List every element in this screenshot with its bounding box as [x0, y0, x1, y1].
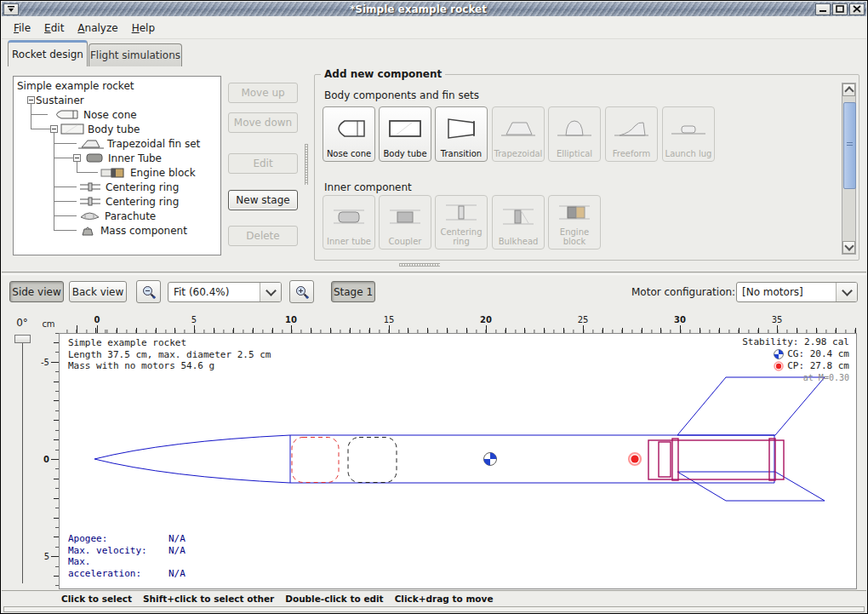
scroll-down-button[interactable] — [842, 241, 855, 254]
expander-icon[interactable] — [73, 154, 81, 162]
mass-component-outline[interactable] — [348, 438, 397, 483]
tree-item-mass-component[interactable]: Mass component — [78, 223, 187, 238]
tree-line — [77, 172, 98, 173]
move-down-button[interactable]: Move down — [228, 112, 298, 133]
inner-tube-outline[interactable] — [648, 440, 784, 479]
tree-item-centering-ring-1[interactable]: Centering ring — [78, 180, 179, 194]
nose-cone-icon — [51, 109, 80, 120]
fin-lower-outline[interactable] — [677, 472, 825, 501]
nose-cone-outline[interactable] — [94, 435, 290, 483]
magnifier-minus-icon — [141, 284, 157, 300]
inner-tube-part-icon — [330, 206, 368, 227]
centering-ring-icon — [78, 181, 102, 192]
tree-line — [31, 129, 50, 129]
menu-file[interactable]: File — [7, 20, 37, 37]
tree-item-body-tube[interactable]: Body tube — [50, 122, 140, 136]
body-components-header: Body components and fin sets — [324, 89, 479, 101]
tree-line — [54, 230, 77, 231]
zoom-level-combobox[interactable]: Fit (60.4%) — [168, 282, 282, 302]
menu-analyze[interactable]: Analyze — [71, 20, 124, 37]
scrollbar-thumb[interactable] — [843, 102, 856, 189]
max-velocity-value: N/A — [168, 545, 186, 556]
menu-edit[interactable]: Edit — [37, 20, 71, 37]
window-menu-icon — [7, 5, 15, 13]
component-button-freeform-fin[interactable]: Freeform — [605, 106, 658, 162]
engine-block-outline[interactable] — [659, 442, 671, 477]
close-button[interactable] — [849, 3, 865, 15]
component-button-transition[interactable]: Transition — [435, 106, 488, 162]
trapezoidal-fin-icon — [500, 118, 537, 140]
centering-ring-fore-outline[interactable] — [672, 439, 678, 480]
motor-dropdown-button[interactable] — [836, 283, 857, 301]
rocket-design-canvas[interactable]: Simple example rocket Length 37.5 cm, ma… — [59, 333, 857, 589]
component-button-coupler[interactable]: Coupler — [379, 195, 431, 250]
zoom-dropdown-button[interactable] — [260, 283, 281, 301]
minimize-button[interactable] — [815, 3, 831, 15]
horizontal-ruler: 0 5 10 15 20 25 30 35 — [59, 314, 857, 333]
transition-part-icon — [443, 118, 480, 140]
expander-icon[interactable] — [27, 96, 35, 104]
menu-help[interactable]: Help — [125, 20, 162, 37]
application-window: *Simple example rocket File Edit Analyze… — [0, 0, 868, 614]
body-tube-part-icon — [386, 118, 424, 140]
parachute-outline[interactable] — [292, 438, 339, 483]
chevron-up-icon — [844, 86, 854, 95]
component-button-inner-tube[interactable]: Inner tube — [323, 195, 375, 250]
delete-button[interactable]: Delete — [228, 226, 298, 246]
motor-configuration-combobox[interactable]: [No motors] — [736, 282, 858, 302]
component-button-elliptical-fin[interactable]: Elliptical — [548, 106, 601, 162]
tree-item-centering-ring-2[interactable]: Centering ring — [78, 194, 179, 209]
maximize-button[interactable] — [832, 3, 848, 15]
component-button-launch-lug[interactable]: Launch lug — [662, 106, 715, 162]
expander-icon[interactable] — [50, 125, 58, 133]
rotation-slider-track[interactable] — [22, 340, 23, 583]
mach-note: at M=0.30 — [742, 372, 849, 384]
coupler-part-icon — [386, 206, 424, 227]
fin-upper-outline[interactable] — [677, 377, 825, 435]
tree-line — [54, 158, 73, 158]
fin-set-icon — [78, 138, 104, 150]
apogee-value: N/A — [168, 533, 186, 544]
tab-rocket-design[interactable]: Rocket design — [8, 40, 88, 66]
stage-1-toggle[interactable]: Stage 1 — [331, 281, 375, 302]
tree-item-rocket[interactable]: Simple example rocket — [17, 78, 134, 93]
component-panel-scrollbar[interactable] — [842, 83, 856, 255]
component-button-trapezoidal-fin[interactable]: Trapezoidal — [492, 106, 545, 162]
component-button-bulkhead[interactable]: Bulkhead — [492, 195, 545, 250]
motor-configuration-label: Motor configuration: — [631, 286, 735, 298]
inner-tube-icon — [84, 152, 105, 164]
component-button-nose-cone[interactable]: Nose cone — [323, 106, 375, 162]
back-view-button[interactable]: Back view — [69, 281, 127, 302]
body-tube-outline[interactable] — [290, 435, 774, 483]
tab-flight-simulations[interactable]: Flight simulations — [89, 43, 182, 66]
engine-block-part-icon — [556, 202, 593, 222]
parachute-icon — [78, 210, 101, 221]
component-tree[interactable]: Simple example rocket Sustainer Nose con… — [13, 76, 221, 255]
tree-item-inner-tube[interactable]: Inner Tube — [73, 151, 162, 165]
component-button-engine-block[interactable]: Engine block — [548, 195, 601, 250]
hint-click: Click to select — [61, 594, 132, 604]
tree-item-nose-cone[interactable]: Nose cone — [51, 107, 137, 122]
freeform-fin-icon — [613, 118, 650, 140]
move-up-button[interactable]: Move up — [228, 83, 298, 103]
tree-item-trapezoidal-fin-set[interactable]: Trapezoidal fin set — [78, 136, 200, 151]
component-button-body-tube[interactable]: Body tube — [379, 106, 431, 162]
tree-item-engine-block[interactable]: Engine block — [100, 165, 196, 180]
window-menu-button[interactable] — [3, 3, 19, 15]
vertical-splitter-handle[interactable] — [305, 144, 308, 185]
scroll-up-button[interactable] — [842, 83, 855, 96]
zoom-out-button[interactable] — [136, 280, 161, 303]
zoom-in-button[interactable] — [289, 280, 314, 303]
tree-item-parachute[interactable]: Parachute — [78, 209, 156, 223]
tree-item-sustainer[interactable]: Sustainer — [27, 93, 84, 107]
edit-button[interactable]: Edit — [228, 153, 298, 174]
side-view-button[interactable]: Side view — [9, 281, 64, 302]
title-bar: *Simple example rocket — [2, 2, 866, 16]
body-tube-icon — [60, 123, 84, 135]
rotation-slider-thumb[interactable] — [14, 335, 31, 343]
new-stage-button[interactable]: New stage — [228, 190, 298, 210]
horizontal-splitter-handle[interactable] — [399, 263, 440, 267]
component-button-centering-ring[interactable]: Centering ring — [435, 195, 488, 250]
magnifier-plus-icon — [294, 284, 310, 300]
hint-drag: Click+drag to move — [395, 594, 494, 604]
